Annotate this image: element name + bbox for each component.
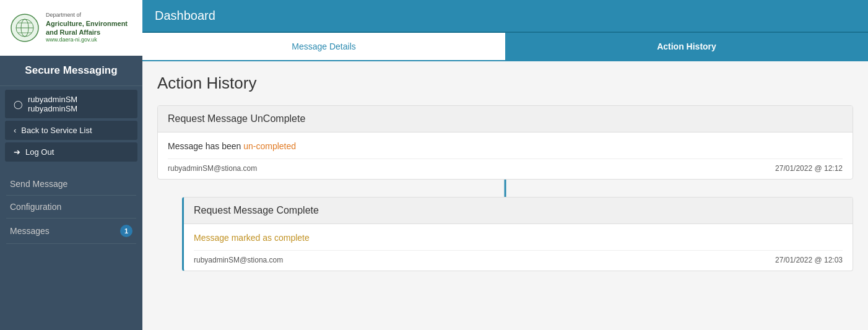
action-card-2-header: Request Message Complete [184, 198, 853, 224]
logout-button[interactable]: ➔ Log Out [5, 142, 137, 162]
second-card-wrapper: Request Message Complete Message marked … [157, 197, 853, 271]
action-card-2: Request Message Complete Message marked … [182, 197, 853, 271]
action-card-2-footer: rubyadminSM@stiona.com 27/01/2022 @ 12:0… [194, 250, 843, 264]
logo-area: Department of Agriculture, Environment a… [0, 0, 142, 56]
action-card-2-message: Message marked as complete [194, 233, 843, 243]
logo-url: www.daera-ni.gov.uk [46, 37, 132, 44]
action-card-1-header: Request Message UnComplete [158, 106, 853, 132]
user-label: rubyadminSM rubyadminSM [28, 95, 129, 113]
back-label: Back to Service List [21, 126, 92, 135]
action-card-2-timestamp: 27/01/2022 @ 12:03 [775, 256, 843, 264]
messages-label: Messages [10, 226, 50, 236]
logo-main: Agriculture, Environment and Rural Affai… [46, 19, 132, 37]
sidebar-menu: Send Message Configuration Messages 1 [0, 163, 142, 244]
action-card-1-footer: rubyadminSM@stiona.com 27/01/2022 @ 12:1… [168, 158, 843, 173]
user-icon: ◯ [14, 100, 23, 109]
messages-badge: 1 [120, 225, 132, 237]
dashboard-header: Dashboard [142, 0, 868, 33]
tabs-row: Message Details Action History [142, 33, 868, 61]
logo-text: Department of Agriculture, Environment a… [46, 12, 132, 44]
tab-action-history[interactable]: Action History [505, 33, 868, 60]
back-to-service-button[interactable]: ‹ Back to Service List [5, 121, 137, 140]
logout-icon: ➔ [14, 147, 20, 157]
action-card-1-user: rubyadminSM@stiona.com [168, 164, 257, 173]
main-content: Dashboard Message Details Action History… [142, 0, 868, 330]
sidebar-item-send-message[interactable]: Send Message [6, 173, 136, 196]
page-title: Action History [157, 74, 853, 93]
logo-dept: Department of [46, 12, 132, 19]
message-static-2: Message marked as complete [194, 233, 310, 243]
action-card-1: Request Message UnComplete Message has b… [157, 105, 853, 180]
tab-message-details[interactable]: Message Details [142, 33, 505, 60]
message-static-1: Message has been [168, 141, 243, 151]
daera-logo-icon [10, 13, 40, 43]
sidebar-title: Secure Messaging [0, 56, 142, 86]
action-card-2-body: Message marked as complete rubyadminSM@s… [184, 224, 853, 271]
logout-label: Log Out [25, 147, 54, 157]
message-highlight-1: un-completed [243, 141, 296, 151]
sidebar: Department of Agriculture, Environment a… [0, 0, 142, 330]
action-card-2-user: rubyadminSM@stiona.com [194, 256, 283, 264]
action-card-1-message: Message has been un-completed [168, 141, 843, 151]
action-card-1-timestamp: 27/01/2022 @ 12:12 [775, 164, 843, 173]
timeline-connector [157, 180, 853, 197]
action-card-1-body: Message has been un-completed rubyadminS… [158, 132, 853, 179]
sidebar-item-configuration[interactable]: Configuration [6, 196, 136, 219]
content-area: Action History Request Message UnComplet… [142, 61, 868, 330]
sidebar-item-messages[interactable]: Messages 1 [6, 219, 136, 244]
configuration-label: Configuration [10, 202, 61, 212]
header-title: Dashboard [155, 9, 215, 22]
send-message-label: Send Message [10, 179, 67, 189]
chevron-left-icon: ‹ [14, 126, 16, 135]
user-button[interactable]: ◯ rubyadminSM rubyadminSM [5, 90, 137, 118]
